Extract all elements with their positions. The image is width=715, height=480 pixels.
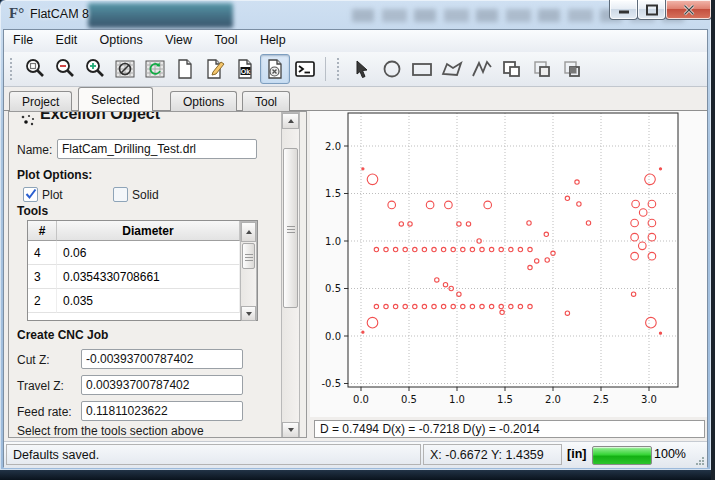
zoom-fit-icon [24, 58, 46, 80]
polygon-tool-button[interactable] [437, 54, 467, 84]
path-tool-icon [470, 58, 494, 80]
table-scrollbar-thumb[interactable] [242, 243, 255, 269]
name-input[interactable] [57, 139, 257, 159]
minimize-button[interactable] [609, 0, 638, 20]
menu-file[interactable]: File [4, 30, 42, 50]
close-button[interactable] [665, 0, 712, 20]
svg-text:0.5: 0.5 [401, 394, 417, 405]
shell-button[interactable] [290, 54, 320, 84]
path-tool-button[interactable] [467, 54, 497, 84]
panel-title-clipped: Excellon Object [40, 112, 260, 127]
maximize-icon [646, 4, 658, 15]
svg-text:1.0: 1.0 [325, 236, 341, 247]
column-header-diameter[interactable]: Diameter [57, 221, 240, 241]
progress-bar [592, 446, 652, 465]
toolbar-separator [325, 57, 326, 81]
cut-z-input[interactable] [81, 349, 243, 369]
panel-scroll-down-button[interactable] [282, 422, 299, 438]
rectangle-tool-button[interactable] [407, 54, 437, 84]
svg-text:1.5: 1.5 [497, 394, 513, 405]
new-file-button[interactable] [170, 54, 200, 84]
scroll-up-icon [246, 230, 252, 234]
rectangle-tool-icon [410, 58, 434, 80]
menu-tool[interactable]: Tool [205, 30, 246, 50]
tools-hint-text: Select from the tools section above [17, 424, 204, 438]
plot-checkbox[interactable] [23, 187, 38, 202]
svg-text:0.0: 0.0 [325, 331, 341, 342]
replot-button[interactable] [110, 54, 140, 84]
maximize-button[interactable] [637, 0, 666, 20]
scroll-down-icon [288, 428, 294, 432]
progress-percent: 100% [654, 447, 686, 461]
app-logo-icon: F° [9, 5, 24, 22]
edit-file-button[interactable] [200, 54, 230, 84]
cut-z-label: Cut Z: [17, 353, 50, 367]
cancel-file-button[interactable] [260, 54, 290, 84]
cell-tool-diameter[interactable]: 0.035 [57, 289, 240, 313]
cell-tool-number[interactable]: 4 [28, 241, 57, 265]
cell-tool-diameter[interactable]: 0.06 [57, 241, 240, 265]
subtract-tool-icon [530, 58, 554, 80]
table-scroll-down-button[interactable] [241, 306, 256, 321]
table-scroll-up-button[interactable] [241, 222, 256, 242]
ok-file-button[interactable]: Ok [230, 54, 260, 84]
aero-glass-glimpse [88, 3, 233, 28]
zoom-in-button[interactable] [80, 54, 110, 84]
resize-grip[interactable] [695, 456, 705, 466]
tab-selected[interactable]: Selected [78, 87, 153, 111]
plot-options-label: Plot Options: [17, 168, 92, 182]
window-title: FlatCAM 8 [30, 7, 89, 21]
svg-text:-0.5: -0.5 [321, 378, 341, 389]
svg-text:2.0: 2.0 [325, 141, 341, 152]
toolbar-drag-handle-2[interactable] [337, 58, 343, 80]
travel-z-input[interactable] [81, 375, 243, 395]
menu-help[interactable]: Help [251, 30, 295, 50]
drill-plot: 0.00.51.01.52.02.53.02.01.51.00.50.0-0.5 [310, 111, 707, 411]
thumb-grip [287, 226, 295, 233]
svg-text:2.5: 2.5 [593, 394, 609, 405]
subtract-tool-button[interactable] [527, 54, 557, 84]
menu-options[interactable]: Options [91, 30, 152, 50]
tab-bar: Project Selected Options Tool [4, 86, 707, 111]
tab-tool[interactable]: Tool [242, 91, 290, 111]
circle-tool-button[interactable] [377, 54, 407, 84]
feed-rate-input[interactable] [81, 401, 243, 421]
zoom-in-icon [84, 58, 106, 80]
desktop-taskbar-strip [0, 470, 715, 480]
menu-view[interactable]: View [156, 30, 201, 50]
zoom-fit-button[interactable] [20, 54, 50, 84]
tab-project[interactable]: Project [9, 91, 72, 111]
plot-checkbox-label[interactable]: Plot [42, 188, 63, 202]
distance-readout: D = 0.7494 D(x) = -0.7218 D(y) = -0.2014 [314, 420, 705, 438]
menu-edit[interactable]: Edit [47, 30, 87, 50]
cell-tool-number[interactable]: 3 [28, 265, 57, 289]
clear-plot-icon [144, 58, 166, 80]
title-bar[interactable]: F° FlatCAM 8 [0, 0, 711, 29]
table-scrollbar[interactable] [240, 221, 257, 320]
plot-canvas[interactable]: 0.00.51.01.52.02.53.02.01.51.00.50.0-0.5 [310, 111, 707, 417]
toolbar-drag-handle[interactable] [10, 58, 16, 80]
scroll-down-icon [246, 312, 252, 316]
svg-text:0.0: 0.0 [353, 394, 369, 405]
panel-scrollbar-thumb[interactable] [283, 148, 298, 308]
panel-scroll-up-button[interactable] [282, 113, 299, 129]
clear-plot-button[interactable] [140, 54, 170, 84]
cancel-file-icon [264, 58, 286, 80]
drill-pattern-icon [20, 114, 36, 128]
solid-checkbox-label[interactable]: Solid [132, 188, 159, 202]
intersect-tool-icon [560, 58, 584, 80]
intersect-tool-button[interactable] [557, 54, 587, 84]
select-tool-button[interactable] [347, 54, 377, 84]
union-tool-button[interactable] [497, 54, 527, 84]
tab-options[interactable]: Options [170, 91, 237, 111]
zoom-out-button[interactable] [50, 54, 80, 84]
panel-scrollbar[interactable] [281, 112, 300, 437]
column-header-number[interactable]: # [28, 221, 57, 241]
cell-tool-diameter[interactable]: 0.0354330708661 [57, 265, 240, 289]
status-message: Defaults saved. [6, 444, 421, 465]
svg-text:1.5: 1.5 [325, 188, 341, 199]
toolbar: Ok [4, 52, 707, 87]
cell-tool-number[interactable]: 2 [28, 289, 57, 313]
scroll-up-icon [288, 119, 294, 123]
solid-checkbox[interactable] [113, 187, 128, 202]
